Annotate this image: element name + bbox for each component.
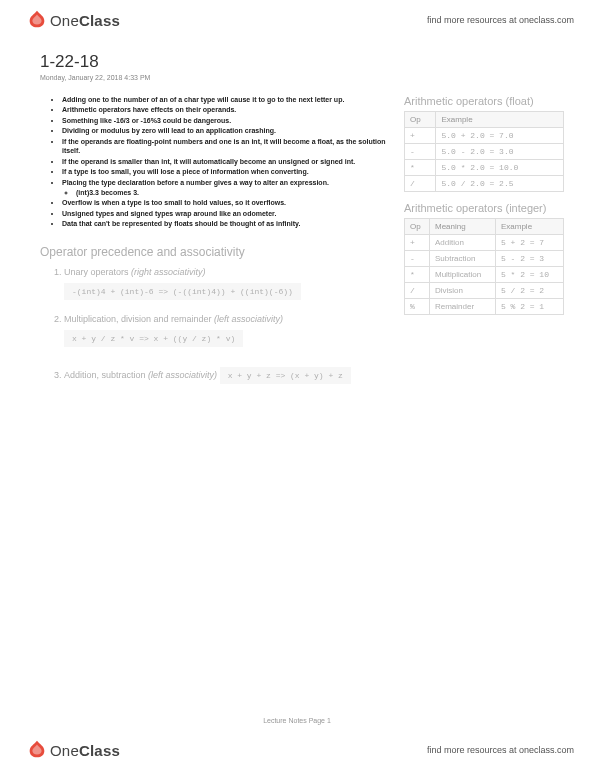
list-item: Dividing or modulus by zero will lead to… xyxy=(62,126,386,135)
left-column: Adding one to the number of an of a char… xyxy=(40,95,386,398)
list-item: (int)3.3 becomes 3. xyxy=(76,188,386,197)
ordered-list: Unary operators (right associativity) -(… xyxy=(40,267,386,394)
footer-bar: OneClass find more resources at oneclass… xyxy=(0,730,594,770)
list-item-text: Placing the type declaration before a nu… xyxy=(62,179,329,186)
page-number: Lecture Notes Page 1 xyxy=(0,717,594,724)
section-heading: Operator precedence and associativity xyxy=(40,245,386,259)
int-table: Op Meaning Example +Addition5 + 2 = 7 -S… xyxy=(404,218,564,315)
col-header: Example xyxy=(495,219,563,235)
table-row: /Division5 / 2 = 2 xyxy=(405,283,564,299)
list-item: Arithmetic operators have effects on the… xyxy=(62,105,386,114)
list-item: Something like -16/3 or -16%3 could be d… xyxy=(62,116,386,125)
item-assoc: (right associativity) xyxy=(131,267,206,277)
float-table: Op Example +5.0 + 2.0 = 7.0 -5.0 - 2.0 =… xyxy=(404,111,564,192)
list-item: If the operand is smaller than int, it w… xyxy=(62,157,386,166)
table-row: /5.0 / 2.0 = 2.5 xyxy=(405,176,564,192)
brand-logo-footer: OneClass xyxy=(26,739,120,761)
page-content: 1-22-18 Monday, January 22, 2018 4:33 PM… xyxy=(0,40,594,730)
int-title: Arithmetic operators (integer) xyxy=(404,202,564,214)
list-item: Overflow is when a type is too small to … xyxy=(62,198,386,207)
code-box: x + y + z => (x + y) + z xyxy=(220,367,351,384)
page-title: 1-22-18 xyxy=(40,52,564,72)
list-item: Addition, subtraction (left associativit… xyxy=(64,361,386,394)
list-item: If the operands are floating-point numbe… xyxy=(62,137,386,156)
item-assoc: (left associativity) xyxy=(148,370,217,380)
table-row: *5.0 * 2.0 = 10.0 xyxy=(405,160,564,176)
table-row: -5.0 - 2.0 = 3.0 xyxy=(405,144,564,160)
list-item: Placing the type declaration before a nu… xyxy=(62,178,386,198)
leaf-icon xyxy=(26,9,48,31)
bullet-list: Adding one to the number of an of a char… xyxy=(40,95,386,229)
brand-text-footer: OneClass xyxy=(50,742,120,759)
table-row: +Addition5 + 2 = 7 xyxy=(405,235,564,251)
brand-logo: OneClass xyxy=(26,9,120,31)
list-item: Adding one to the number of an of a char… xyxy=(62,95,386,104)
table-row: -Subtraction5 - 2 = 3 xyxy=(405,251,564,267)
table-row: Op Example xyxy=(405,112,564,128)
item-label: Unary operators xyxy=(64,267,129,277)
promo-link-bottom[interactable]: find more resources at oneclass.com xyxy=(427,745,574,755)
item-label: Multiplication, division and remainder xyxy=(64,314,212,324)
float-title: Arithmetic operators (float) xyxy=(404,95,564,107)
item-label: Addition, subtraction xyxy=(64,370,146,380)
col-header: Example xyxy=(436,112,564,128)
right-column: Arithmetic operators (float) Op Example … xyxy=(404,95,564,398)
table-row: %Remainder5 % 2 = 1 xyxy=(405,299,564,315)
col-header: Op xyxy=(405,219,430,235)
header-bar: OneClass find more resources at oneclass… xyxy=(0,0,594,40)
code-box: -(int)4 + (int)-6 => (-((int)4)) + ((int… xyxy=(64,283,301,300)
brand-text: OneClass xyxy=(50,12,120,29)
list-item: If a type is too small, you will lose a … xyxy=(62,167,386,176)
col-header: Op xyxy=(405,112,436,128)
list-item: Data that can't be represented by floats… xyxy=(62,219,386,228)
promo-link-top[interactable]: find more resources at oneclass.com xyxy=(427,15,574,25)
list-item: Unary operators (right associativity) -(… xyxy=(64,267,386,310)
table-row: Op Meaning Example xyxy=(405,219,564,235)
list-item: Multiplication, division and remainder (… xyxy=(64,314,386,357)
code-box: x + y / z * v => x + ((y / z) * v) xyxy=(64,330,243,347)
page-meta: Monday, January 22, 2018 4:33 PM xyxy=(40,74,564,81)
list-item: Unsigned types and signed types wrap aro… xyxy=(62,209,386,218)
table-row: +5.0 + 2.0 = 7.0 xyxy=(405,128,564,144)
col-header: Meaning xyxy=(429,219,495,235)
item-assoc: (left associativity) xyxy=(214,314,283,324)
leaf-icon xyxy=(26,739,48,761)
table-row: *Multiplication5 * 2 = 10 xyxy=(405,267,564,283)
